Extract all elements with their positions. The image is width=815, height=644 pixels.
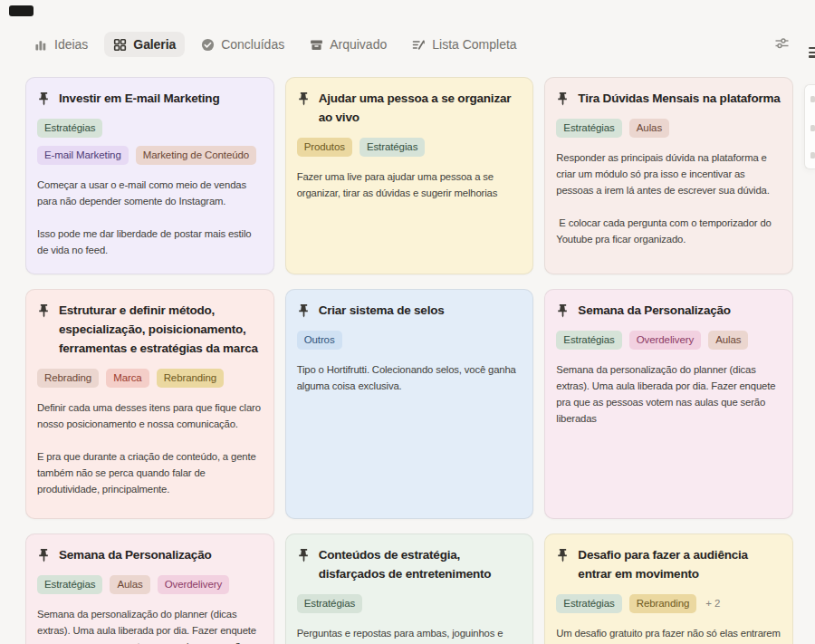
- card-title: Conteúdos de estratégia, disfarçados de …: [319, 546, 523, 584]
- tag-chip: Estratégias: [297, 594, 362, 613]
- tag-chip: Marketing de Conteúdo: [136, 146, 256, 165]
- card-tira-duvidas-mensais[interactable]: Tira Dúvidas Mensais na plataformaEstrat…: [544, 77, 793, 274]
- card-semana-personalizacao-2[interactable]: Semana da PersonalizaçãoEstratégiasAulas…: [25, 533, 274, 644]
- card-title: Estruturar e definir método, especializa…: [59, 302, 263, 359]
- card-body: Fazer uma live para ajudar uma pessoa a …: [297, 168, 523, 201]
- card-title: Semana da Personalização: [59, 546, 212, 565]
- side-panel-edge: [804, 84, 815, 169]
- pushpin-icon: [297, 302, 319, 318]
- tag-chip: Estratégias: [556, 119, 621, 138]
- tab-label: Galeria: [133, 37, 176, 52]
- tab-concluidas[interactable]: Concluídas: [192, 32, 293, 57]
- card-title: Desafio para fazer a audiência entrar em…: [578, 546, 781, 584]
- tag-chip: Estratégias: [37, 119, 102, 138]
- tag-overflow-count: + 2: [704, 594, 722, 613]
- card-paragraph: Semana da personalização do planner (dic…: [556, 361, 781, 427]
- card-title: Semana da Personalização: [578, 302, 731, 321]
- bar-chart-icon: [34, 38, 48, 52]
- card-body: Perguntas e repostas para ambas, joguinh…: [297, 625, 523, 644]
- card-body: Tipo o Hortifrutti. Colecionando selos, …: [297, 361, 523, 394]
- card-conteudos-estrategia[interactable]: Conteúdos de estratégia, disfarçados de …: [285, 533, 534, 644]
- tag-chip: Outros: [297, 331, 342, 350]
- card-ajudar-pessoa-organizar[interactable]: Ajudar uma pessoa a se organizar ao vivo…: [285, 77, 534, 274]
- card-criar-sistema-selos[interactable]: Criar sistema de selosOutrosTipo o Horti…: [285, 289, 534, 519]
- pushpin-icon: [297, 546, 319, 562]
- tag-row: EstratégiasOverdeliveryAulas: [556, 331, 781, 350]
- tag-chip: Rebranding: [157, 369, 224, 388]
- tag-chip: Aulas: [708, 331, 748, 350]
- tag-chip: Estratégias: [37, 575, 102, 594]
- card-title: Tira Dúvidas Mensais na plataforma: [578, 90, 780, 109]
- card-paragraph: Definir cada uma desses itens para que f…: [37, 399, 263, 432]
- card-paragraph: Semana da personalização do planner (dic…: [37, 606, 263, 644]
- card-paragraph: Perguntas e repostas para ambas, joguinh…: [297, 625, 523, 644]
- tab-label: Ideias: [54, 37, 88, 52]
- card-body: Um desafio gratuito pra fazer não só ela…: [556, 625, 781, 644]
- card-title: Ajudar uma pessoa a se organizar ao vivo: [319, 90, 523, 128]
- tab-label: Lista Completa: [432, 37, 516, 52]
- card-body: Semana da personalização do planner (dic…: [556, 361, 781, 427]
- tab-galeria[interactable]: Galeria: [104, 32, 185, 57]
- tag-row: Estratégias: [297, 594, 523, 613]
- card-paragraph: Começar a usar o e-mail como meio de ven…: [37, 177, 263, 209]
- check-circle-icon: [201, 38, 215, 52]
- grid-icon: [113, 38, 127, 52]
- edge-clipped-icon: [809, 47, 815, 62]
- card-title: Investir em E-mail Marketing: [59, 90, 219, 109]
- view-tab-bar: Ideias Galeria Concluídas: [25, 32, 734, 57]
- tag-row: EstratégiasAulas: [556, 119, 781, 138]
- gallery-grid: Investir em E-mail MarketingEstratégiasE…: [25, 77, 793, 644]
- pushpin-icon: [37, 546, 59, 562]
- tag-chip: Produtos: [297, 138, 352, 157]
- card-paragraph: Isso pode me dar liberdade de postar mai…: [37, 226, 263, 258]
- pushpin-icon: [556, 90, 578, 106]
- tag-chip: Rebranding: [629, 594, 696, 613]
- card-paragraph: E colocar cada pergunta com o temporizad…: [556, 215, 781, 247]
- card-body: Começar a usar o e-mail como meio de ven…: [37, 177, 263, 274]
- notion-gallery-view: Ideias Galeria Concluídas: [0, 0, 815, 644]
- pushpin-icon: [556, 302, 578, 318]
- tag-chip: E-mail Marketing: [37, 146, 129, 165]
- card-investir-email-marketing[interactable]: Investir em E-mail MarketingEstratégiasE…: [25, 77, 274, 274]
- tag-row: E-mail MarketingMarketing de Conteúdo: [37, 146, 263, 165]
- tag-chip: Aulas: [629, 119, 669, 138]
- list-edit-icon: [412, 38, 426, 52]
- pushpin-icon: [556, 546, 578, 562]
- tab-lista-completa[interactable]: Lista Completa: [403, 32, 525, 57]
- tab-label: Arquivado: [330, 37, 387, 52]
- tag-row: ProdutosEstratégias: [297, 138, 523, 157]
- tag-chip: Estratégias: [556, 331, 621, 350]
- tag-chip: Overdelivery: [158, 575, 229, 594]
- tag-chip: Estratégias: [360, 138, 425, 157]
- tab-arquivado[interactable]: Arquivado: [301, 32, 396, 57]
- tab-ideias[interactable]: Ideias: [25, 32, 97, 57]
- card-paragraph: E pra que durante a criação de conteúdo,…: [37, 448, 263, 497]
- tag-chip: Overdelivery: [629, 331, 701, 350]
- tag-row: RebradingMarcaRebranding: [37, 369, 263, 388]
- card-body: Responder as principais dúvida na plataf…: [556, 149, 781, 247]
- tag-chip: Aulas: [110, 575, 149, 594]
- tag-row: EstratégiasAulasOverdelivery: [37, 575, 263, 594]
- tag-chip: Marca: [106, 369, 149, 388]
- card-desafio-audiencia[interactable]: Desafio para fazer a audiência entrar em…: [544, 533, 793, 644]
- card-body: Semana da personalização do planner (dic…: [37, 606, 263, 644]
- card-title: Criar sistema de selos: [319, 302, 445, 321]
- card-paragraph: Um desafio gratuito pra fazer não só ela…: [556, 625, 781, 644]
- tag-chip: Estratégias: [556, 594, 621, 613]
- tag-row: Outros: [297, 331, 523, 350]
- card-estruturar-definir-metodo[interactable]: Estruturar e definir método, especializa…: [25, 289, 274, 519]
- pushpin-icon: [297, 90, 319, 106]
- redacted-label: [9, 5, 34, 16]
- archive-icon: [310, 38, 323, 52]
- tag-row: Estratégias: [37, 119, 263, 138]
- tune-sliders-icon[interactable]: [774, 36, 790, 54]
- card-paragraph: Tipo o Hortifrutti. Colecionando selos, …: [297, 361, 523, 394]
- card-paragraph: Fazer uma live para ajudar uma pessoa a …: [297, 168, 523, 201]
- pushpin-icon: [37, 90, 59, 106]
- card-body: Definir cada uma desses itens para que f…: [37, 399, 263, 497]
- card-semana-personalizacao-1[interactable]: Semana da PersonalizaçãoEstratégiasOverd…: [544, 289, 793, 519]
- tag-row: EstratégiasRebranding+ 2: [556, 594, 781, 613]
- tab-label: Concluídas: [221, 37, 284, 52]
- card-paragraph: Responder as principais dúvida na plataf…: [556, 149, 781, 198]
- pushpin-icon: [37, 302, 59, 318]
